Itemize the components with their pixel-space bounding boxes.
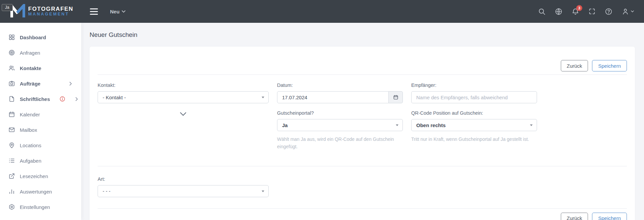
kontakt-label: Kontakt:	[98, 82, 269, 88]
top-button-row: Zurück Speichern	[98, 60, 627, 71]
caret-down-icon	[262, 97, 264, 98]
qr-position-select-value: Oben rechts	[416, 122, 446, 128]
notification-badge: 3	[576, 5, 582, 11]
browser-tooltip: Ja	[2, 4, 13, 11]
top-navbar: FOTOGRAFEN MANAGEMENT Neu 3	[0, 0, 644, 23]
bar-chart-icon	[8, 188, 15, 195]
empfaenger-label: Empfänger:	[411, 82, 537, 88]
sidebar-item-label: Locations	[20, 143, 41, 148]
save-button-top[interactable]: Speichern	[592, 60, 627, 71]
back-button-top[interactable]: Zurück	[561, 60, 588, 71]
qr-position-select[interactable]: Oben rechts	[411, 119, 537, 131]
form-grid: Kontakt: - Kontakt - Datum:	[98, 82, 627, 151]
art-label: Art:	[98, 176, 269, 182]
navbar-actions: 3	[538, 8, 644, 15]
calendar-icon	[393, 95, 398, 100]
mail-icon	[8, 126, 15, 133]
help-button[interactable]	[605, 8, 612, 15]
sidebar-item-label: Schriftliches	[20, 96, 50, 102]
qr-position-helper-text: Tritt nur in Kraft, wenn Gutscheinportal…	[411, 135, 537, 143]
datum-label: Datum:	[277, 82, 403, 88]
empfaenger-input[interactable]	[411, 91, 537, 103]
qr-position-field: QR-Code Position auf Gutschein: Oben rec…	[411, 110, 537, 143]
kontakt-select-value: - Kontakt -	[103, 95, 126, 100]
gutscheinportal-select[interactable]: Ja	[277, 119, 403, 131]
gutscheinportal-label: Gutscheinportal?	[277, 110, 403, 116]
page-title: Neuer Gutschein	[90, 31, 635, 39]
sidebar-item-aufgaben[interactable]: Aufgaben	[0, 153, 81, 168]
fullscreen-icon	[588, 8, 596, 15]
list-icon	[8, 157, 15, 164]
divider	[98, 166, 627, 166]
sidebar-item-label: Anfragen	[20, 50, 40, 56]
external-link-icon	[8, 173, 15, 179]
kontakt-column: Kontakt: - Kontakt -	[98, 82, 269, 151]
sidebar-item-kalender[interactable]: Kalender	[0, 107, 81, 122]
datum-input-group	[277, 91, 403, 103]
globe-icon	[555, 8, 562, 15]
info-alert-icon	[59, 96, 65, 102]
fullscreen-button[interactable]	[588, 8, 596, 15]
qr-position-label: QR-Code Position auf Gutschein:	[411, 110, 537, 116]
main-content: Neuer Gutschein Zurück Speichern Kontakt…	[81, 23, 644, 220]
art-select-value: - - -	[103, 188, 110, 194]
chevron-right-icon	[69, 82, 72, 86]
user-icon	[622, 8, 629, 15]
back-button-bottom[interactable]: Zurück	[561, 213, 588, 220]
datum-calendar-button[interactable]	[389, 91, 403, 103]
menu-toggle-icon[interactable]	[88, 6, 100, 17]
settings-icon	[8, 204, 15, 210]
chevron-down-icon	[122, 10, 125, 13]
datum-column: Datum: Gutscheinportal? Ja Wählt man Ja …	[277, 82, 403, 151]
save-button-bottom[interactable]: Speichern	[592, 213, 627, 220]
caret-down-icon	[262, 190, 264, 192]
sidebar-item-kontakte[interactable]: Kontakte	[0, 60, 81, 76]
brand-line1: FOTOGRAFEN	[28, 6, 73, 12]
sidebar-item-lesezeichen[interactable]: Lesezeichen	[0, 168, 81, 184]
chevron-right-icon	[75, 97, 78, 101]
sidebar-item-label: Aufgaben	[20, 158, 41, 164]
sidebar-item-locations[interactable]: Locations	[0, 138, 81, 153]
users-icon	[8, 65, 15, 71]
sidebar-item-auswertungen[interactable]: Auswertungen	[0, 184, 81, 199]
brand-line2: MANAGEMENT	[28, 12, 73, 17]
sidebar-item-mailbox[interactable]: Mailbox	[0, 122, 81, 138]
new-menu-button[interactable]: Neu	[110, 9, 125, 14]
sidebar-item-label: Dashboard	[20, 35, 46, 40]
sidebar-item-label: Einstellungen	[20, 204, 50, 210]
datum-input[interactable]	[277, 91, 389, 103]
sidebar-item-auftraege[interactable]: Aufträge	[0, 76, 81, 91]
gutscheinportal-field: Gutscheinportal? Ja Wählt man Ja aus, wi…	[277, 110, 403, 151]
sidebar-item-dashboard[interactable]: Dashboard	[0, 30, 81, 45]
brand-name: FOTOGRAFEN MANAGEMENT	[28, 6, 73, 17]
map-pin-icon	[8, 142, 15, 149]
user-menu-button[interactable]	[622, 8, 634, 15]
target-icon	[8, 49, 15, 56]
gutscheinportal-helper-text: Wählt man Ja aus, wird ein QR-Code auf d…	[277, 135, 403, 151]
sidebar-item-anfragen[interactable]: Anfragen	[0, 45, 81, 60]
divider	[98, 208, 627, 209]
sidebar-item-schriftliches[interactable]: Schriftliches	[0, 91, 81, 107]
chevron-down-icon	[180, 112, 186, 116]
globe-button[interactable]	[555, 8, 562, 15]
help-icon	[605, 8, 612, 15]
new-menu-label: Neu	[110, 9, 119, 14]
calendar-icon	[8, 111, 15, 118]
kontakt-select[interactable]: - Kontakt -	[98, 91, 269, 103]
search-button[interactable]	[538, 8, 546, 15]
kontakt-expand-chevron[interactable]	[98, 112, 269, 116]
empfaenger-column: Empfänger: QR-Code Position auf Gutschei…	[411, 82, 537, 151]
sidebar-item-label: Kontakte	[20, 65, 41, 71]
document-icon	[8, 96, 15, 102]
gutschein-form-card: Zurück Speichern Kontakt: - Kontakt - Da…	[90, 47, 635, 220]
sidebar-item-label: Aufträge	[20, 81, 41, 87]
sidebar: Dashboard Anfragen Kontakte Aufträge Sch…	[0, 23, 81, 220]
search-icon	[538, 8, 546, 15]
camera-icon	[8, 80, 15, 87]
sidebar-item-label: Kalender	[20, 112, 40, 117]
dashboard-icon	[8, 34, 15, 41]
notifications-button[interactable]: 3	[572, 8, 579, 15]
bottom-button-row: Zurück Speichern	[98, 213, 627, 220]
sidebar-item-einstellungen[interactable]: Einstellungen	[0, 199, 81, 215]
art-select[interactable]: - - -	[98, 185, 269, 197]
